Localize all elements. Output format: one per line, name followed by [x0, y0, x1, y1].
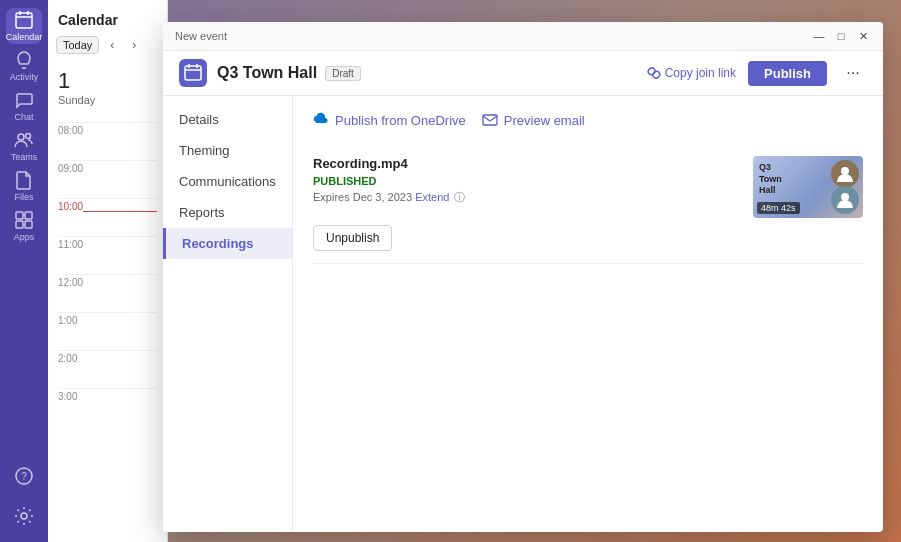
- thumbnail-avatar-1: [831, 160, 859, 188]
- sidebar-item-chat[interactable]: Chat: [6, 88, 42, 124]
- close-button[interactable]: ✕: [855, 28, 871, 44]
- thumbnail-title: Q3 Town Hall: [759, 162, 782, 197]
- sidebar-item-chat-label: Chat: [14, 112, 33, 122]
- recordings-content: Publish from OneDrive Preview email Reco…: [293, 96, 883, 532]
- sidebar-item-apps[interactable]: Apps: [6, 208, 42, 244]
- recording-expires: Expires Dec 3, 2023 Extend ⓘ: [313, 190, 737, 205]
- sidebar-item-help[interactable]: ?: [6, 458, 42, 494]
- extend-link[interactable]: Extend: [415, 191, 449, 203]
- nav-item-details[interactable]: Details: [163, 104, 292, 135]
- svg-point-20: [841, 193, 849, 201]
- svg-rect-9: [16, 221, 23, 228]
- event-title-area: Q3 Town Hall Draft: [217, 64, 637, 82]
- prev-arrow[interactable]: ‹: [103, 36, 121, 54]
- nav-item-reports[interactable]: Reports: [163, 197, 292, 228]
- time-slot-11: 11:00: [58, 236, 157, 274]
- calendar-day: 1 Sunday: [48, 60, 167, 114]
- svg-rect-18: [483, 115, 497, 125]
- teams-sidebar: Calendar Activity Chat Teams Files Apps …: [0, 0, 48, 542]
- svg-rect-0: [16, 13, 32, 28]
- svg-rect-8: [25, 212, 32, 219]
- calendar-panel: Calendar Today ‹ › 1 Sunday 08:00 09:00 …: [48, 0, 168, 542]
- recording-thumbnail: Q3 Town Hall 48m 42s: [753, 156, 863, 218]
- sidebar-item-activity[interactable]: Activity: [6, 48, 42, 84]
- nav-item-recordings[interactable]: Recordings: [163, 228, 292, 259]
- calendar-day-number: 1: [58, 68, 157, 94]
- minimize-button[interactable]: —: [811, 28, 827, 44]
- event-icon: [179, 59, 207, 87]
- svg-rect-10: [25, 221, 32, 228]
- time-slot-12: 12:00: [58, 274, 157, 312]
- nav-item-theming[interactable]: Theming: [163, 135, 292, 166]
- svg-point-5: [18, 134, 24, 140]
- sidebar-item-settings[interactable]: [6, 498, 42, 534]
- modal-header: Q3 Town Hall Draft Copy join link Publis…: [163, 51, 883, 96]
- time-slot-8: 08:00: [58, 122, 157, 160]
- event-title: Q3 Town Hall: [217, 64, 317, 82]
- window-title: New event: [175, 30, 227, 42]
- time-slot-9: 09:00: [58, 160, 157, 198]
- unpublish-button[interactable]: Unpublish: [313, 225, 392, 251]
- time-slot-13: 1:00: [58, 312, 157, 350]
- publish-button[interactable]: Publish: [748, 61, 827, 86]
- nav-item-communications[interactable]: Communications: [163, 166, 292, 197]
- sidebar-item-teams[interactable]: Teams: [6, 128, 42, 164]
- copy-join-link-label: Copy join link: [665, 66, 736, 80]
- recording-status: PUBLISHED: [313, 175, 737, 187]
- sidebar-item-files-label: Files: [14, 192, 33, 202]
- svg-point-19: [841, 167, 849, 175]
- sidebar-item-apps-label: Apps: [14, 232, 35, 242]
- preview-email-label: Preview email: [504, 113, 585, 128]
- calendar-title: Calendar: [58, 12, 118, 28]
- recording-item: Recording.mp4 PUBLISHED Expires Dec 3, 2…: [313, 144, 863, 264]
- more-options-button[interactable]: ···: [839, 59, 867, 87]
- time-slot-15: 3:00: [58, 388, 157, 426]
- svg-point-13: [21, 513, 27, 519]
- copy-join-link-button[interactable]: Copy join link: [647, 66, 736, 80]
- sidebar-item-files[interactable]: Files: [6, 168, 42, 204]
- time-slot-10: 10:00: [58, 198, 157, 236]
- info-icon: ⓘ: [454, 191, 465, 203]
- preview-email-button[interactable]: Preview email: [482, 112, 585, 128]
- maximize-button[interactable]: □: [833, 28, 849, 44]
- today-button[interactable]: Today: [56, 36, 99, 54]
- svg-rect-14: [185, 66, 201, 80]
- publish-from-onedrive-label: Publish from OneDrive: [335, 113, 466, 128]
- recording-name: Recording.mp4: [313, 156, 737, 171]
- svg-text:?: ?: [21, 471, 27, 482]
- time-slots-container: 08:00 09:00 10:00 11:00 12:00 1:00 2:00 …: [48, 114, 167, 434]
- calendar-day-name: Sunday: [58, 94, 157, 106]
- time-slot-14: 2:00: [58, 350, 157, 388]
- event-modal: New event — □ ✕ Q3 Town Hall Draft Copy …: [163, 22, 883, 532]
- svg-point-6: [26, 134, 31, 139]
- sidebar-item-teams-label: Teams: [11, 152, 38, 162]
- draft-badge: Draft: [325, 66, 361, 81]
- sidebar-item-activity-label: Activity: [10, 72, 39, 82]
- recording-info: Recording.mp4 PUBLISHED Expires Dec 3, 2…: [313, 156, 737, 251]
- sidebar-item-calendar-label: Calendar: [6, 32, 43, 42]
- window-controls: — □ ✕: [811, 28, 871, 44]
- modal-body: Details Theming Communications Reports R…: [163, 96, 883, 532]
- thumbnail-avatar-2: [831, 186, 859, 214]
- modal-titlebar: New event — □ ✕: [163, 22, 883, 51]
- expires-text: Expires Dec 3, 2023: [313, 191, 412, 203]
- next-arrow[interactable]: ›: [125, 36, 143, 54]
- recordings-toolbar: Publish from OneDrive Preview email: [313, 112, 863, 128]
- svg-rect-7: [16, 212, 23, 219]
- header-actions: Copy join link Publish ···: [647, 59, 867, 87]
- calendar-header: Calendar: [48, 0, 167, 36]
- side-nav: Details Theming Communications Reports R…: [163, 96, 293, 532]
- thumbnail-duration: 48m 42s: [757, 202, 800, 214]
- current-time-indicator: [83, 211, 157, 212]
- sidebar-item-calendar[interactable]: Calendar: [6, 8, 42, 44]
- publish-from-onedrive-button[interactable]: Publish from OneDrive: [313, 112, 466, 128]
